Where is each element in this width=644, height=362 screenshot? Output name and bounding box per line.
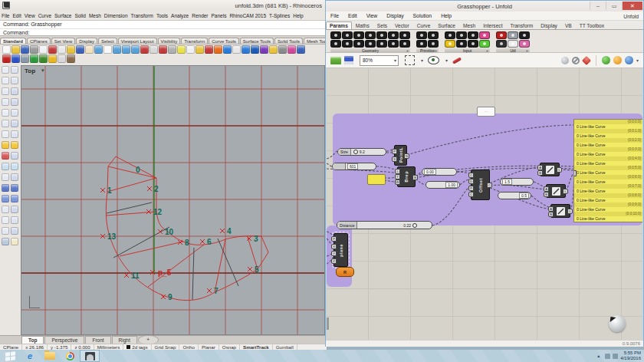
toolbar-icon[interactable] — [2, 130, 9, 138]
gh-tab[interactable]: Curve — [413, 21, 435, 29]
toolbar-tab[interactable]: Set View — [51, 38, 76, 44]
toolbar-icon[interactable] — [11, 66, 18, 74]
output-nub[interactable]: N — [404, 153, 409, 159]
component-icon[interactable] — [479, 31, 490, 39]
toolbar-icon[interactable] — [11, 130, 18, 138]
gh-tab[interactable]: Sets — [373, 21, 391, 29]
tray-icon[interactable] — [605, 354, 610, 359]
plane-component[interactable]: PXYZ plane — [334, 233, 348, 267]
toolbar-icon[interactable] — [11, 195, 18, 202]
status-field[interactable]: Ortho — [179, 344, 198, 350]
input-nub[interactable]: T — [395, 174, 400, 179]
component-icon[interactable] — [445, 31, 455, 39]
component-icon[interactable] — [330, 31, 341, 39]
taskbar-clock[interactable]: 5:55 PM 4/19/2016 — [620, 350, 641, 361]
gh-tab[interactable]: Intersect — [479, 21, 506, 29]
line-component[interactable]: AB L — [550, 204, 570, 218]
toolbar-icon[interactable] — [39, 45, 48, 54]
toolbar-icon[interactable] — [30, 54, 38, 63]
component-icon[interactable] — [376, 40, 387, 48]
toolbar-icon[interactable] — [260, 45, 268, 54]
toolbar-tab[interactable]: Standard — [0, 38, 26, 44]
toolbar-icon[interactable] — [297, 45, 305, 54]
gh-menu-item[interactable]: View — [362, 13, 383, 18]
component-icon[interactable] — [468, 31, 478, 39]
line-component[interactable]: AB L — [540, 163, 560, 176]
gh-tab[interactable]: Surface — [434, 21, 459, 29]
component-icon[interactable] — [376, 31, 387, 39]
point-list-component[interactable]: PS PointL N — [394, 145, 407, 166]
taskbar-ie[interactable] — [20, 350, 40, 362]
toolbar-icon[interactable] — [11, 87, 18, 95]
toolbar-icon[interactable] — [48, 54, 57, 63]
toolbar-tab[interactable]: CPlanes — [27, 38, 51, 44]
output-nub[interactable]: B — [412, 175, 418, 180]
taskbar-chrome[interactable] — [60, 350, 80, 362]
gh-tab[interactable]: Mesh — [459, 21, 479, 29]
toolbar-icon[interactable] — [11, 163, 18, 170]
component-icon[interactable] — [330, 40, 341, 48]
brep-component[interactable]: LTW Brep B — [397, 166, 416, 187]
input-nub[interactable]: A — [548, 206, 554, 212]
toolbar-icon[interactable] — [186, 45, 195, 54]
toolbar-icon[interactable] — [11, 141, 18, 149]
component-icon[interactable] — [353, 31, 364, 39]
toolbar-tab[interactable]: Surface Tools — [240, 38, 274, 44]
input-nub[interactable]: A — [537, 165, 543, 170]
component-icon[interactable] — [456, 40, 467, 48]
gh-menu-item[interactable]: Display — [382, 13, 408, 18]
grasshopper-canvas[interactable]: Size 9.2 601 PS PointL N LTW Brep B 0.00 — [327, 68, 642, 340]
component-icon[interactable] — [519, 40, 530, 48]
save-file-icon[interactable] — [344, 56, 353, 64]
toolbar-icon[interactable] — [30, 45, 38, 54]
status-field[interactable]: Gumball — [273, 344, 297, 350]
toolbar-icon[interactable] — [11, 184, 18, 192]
rhino-menu-item[interactable]: Mesh — [87, 13, 103, 18]
status-field[interactable]: Osnap — [219, 344, 240, 350]
input-nub[interactable]: P — [331, 236, 337, 242]
input-nub[interactable]: W — [395, 179, 400, 185]
status-field[interactable]: z 0.000 — [71, 344, 94, 350]
rhino-menu-item[interactable]: RhinoCAM 2015 — [228, 13, 268, 18]
rhino-menu-item[interactable]: Solid — [73, 13, 87, 18]
viewport-menu-arrow-icon[interactable] — [41, 67, 44, 74]
component-icon[interactable] — [496, 40, 507, 48]
gh-tab[interactable]: VB — [561, 21, 576, 29]
component-icon[interactable] — [479, 40, 490, 48]
minimize-button[interactable] — [590, 2, 606, 10]
gh-menu-item[interactable]: Help — [436, 13, 456, 18]
taskbar-explorer[interactable] — [40, 350, 60, 362]
input-nub[interactable]: P — [468, 186, 474, 191]
toolbar-icon[interactable] — [288, 45, 296, 54]
toolbar-tab[interactable]: Viewport Layout — [118, 38, 157, 44]
toolbar-tab[interactable]: Select — [98, 38, 117, 44]
toolbar-icon[interactable] — [12, 54, 20, 63]
component-icon[interactable] — [416, 40, 427, 48]
tray-icon[interactable] — [613, 354, 618, 359]
status-field[interactable]: y -1.375 — [48, 344, 71, 350]
preview-disabled-icon[interactable] — [572, 57, 580, 64]
input-nub[interactable]: Y — [331, 251, 337, 256]
data-panel[interactable]: {0;0;0;0}0 Line-like Curve{0;0;1;0}0 Lin… — [573, 119, 642, 222]
toolbar-icon[interactable] — [2, 120, 9, 127]
toolbar-icon[interactable] — [48, 45, 57, 54]
input-nub[interactable]: C — [468, 173, 474, 178]
solver-dropdown-arrow-icon[interactable] — [636, 58, 639, 63]
output-nub[interactable]: L — [567, 209, 573, 214]
rhino-menu-item[interactable]: Transform — [130, 13, 155, 18]
zoom-extents-icon[interactable] — [405, 55, 415, 65]
status-field[interactable]: 2d tags — [123, 344, 151, 350]
rhino-menu-item[interactable]: Edit — [11, 13, 22, 18]
input-nub[interactable]: B — [548, 212, 554, 217]
rhino-menu-item[interactable]: Tools — [155, 13, 169, 18]
slider-knob[interactable] — [412, 223, 417, 228]
toolbar-icon[interactable] — [104, 45, 112, 54]
top-viewport[interactable]: Top 012121310864311579p_5 — [21, 65, 325, 335]
component-icon[interactable] — [508, 40, 518, 48]
toolbar-icon[interactable] — [12, 45, 20, 54]
input-nub[interactable]: P — [392, 149, 397, 154]
toolbar-icon[interactable] — [150, 45, 158, 54]
toolbar-icon[interactable] — [242, 45, 250, 54]
toolbar-icon[interactable] — [269, 45, 278, 54]
slider-b[interactable]: 1.00 — [426, 181, 460, 189]
